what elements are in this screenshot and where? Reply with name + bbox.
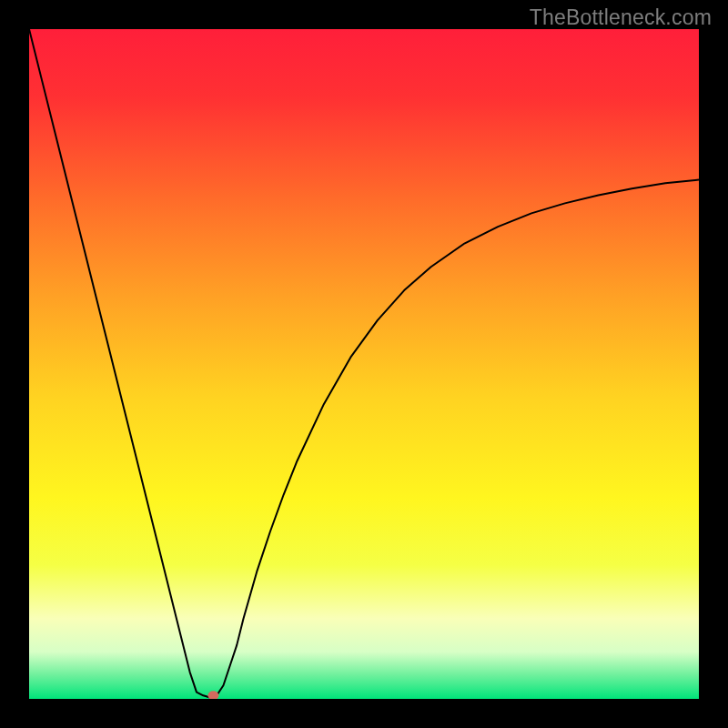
gradient-background (29, 29, 699, 699)
chart-svg (29, 29, 699, 699)
chart-frame: TheBottleneck.com (0, 0, 728, 728)
plot-area (29, 29, 699, 699)
watermark-text: TheBottleneck.com (530, 5, 712, 30)
